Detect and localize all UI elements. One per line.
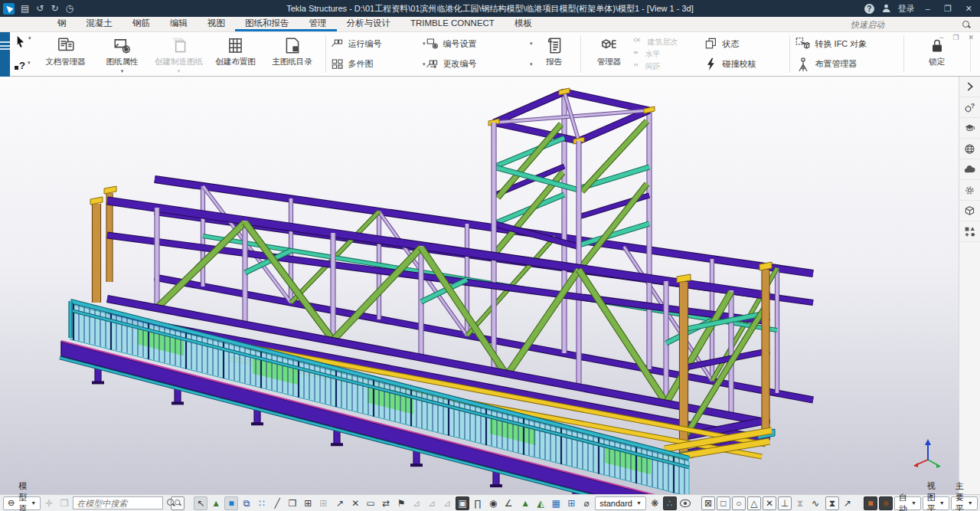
inquire-tool[interactable]: ? ▾ [15,60,31,71]
eye-icon [680,500,691,507]
select-all[interactable]: ↖ [194,496,207,510]
ribbon-button-报告[interactable]: 报告 [533,34,576,74]
ribbon-button-窗口[interactable]: 窗口▾ [975,34,980,74]
select-welds[interactable]: ↗ [333,496,347,510]
snap-intersection[interactable]: ✕ [763,496,776,510]
select-cuts[interactable]: ✕ [348,496,362,510]
select-surfaces[interactable]: ■ [224,496,238,510]
snap-reference[interactable]: ⊠ [701,496,715,510]
select-points[interactable]: ⧉ [240,496,253,510]
ribbon-button-多件图[interactable]: 多件图▾ [331,55,426,74]
ribbon-button-主图纸目录[interactable]: 主图纸目录 [264,34,321,74]
tekla-warehouse[interactable] [959,159,980,180]
steel-structure-model[interactable] [0,77,959,494]
snap-points[interactable]: ∴ [663,496,677,510]
tekla-online[interactable] [959,139,980,159]
snap-freehand[interactable]: ∿ [808,496,822,510]
tab-钢筋[interactable]: 钢筋 [122,17,160,31]
snap-midpoint[interactable]: △ [747,496,761,510]
select-grids[interactable]: ∷ [255,496,269,510]
snap-nearest[interactable]: ○ [732,496,746,510]
learning[interactable] [959,118,980,139]
ribbon-button-转换 IFC 对象[interactable]: 转换 IFC 对象 [795,34,899,53]
ribbon-button-状态[interactable]: 状态 [704,34,785,53]
file-menu-strip [0,32,10,77]
menu-icon[interactable] [0,41,10,50]
ribbon-button-布置管理器[interactable]: 布置管理器 [795,55,899,74]
select-distances[interactable]: ∠ [501,496,515,510]
snap-perpendicular[interactable]: ⊥ [778,496,792,510]
ribbon-button-创建布置图[interactable]: 创建布置图 [207,34,264,74]
model-viewport[interactable] [0,77,959,494]
ortho-toggle[interactable]: ■ [864,496,877,510]
select-filter-e[interactable]: ⌀ [580,496,593,510]
ribbon-button-更改编号[interactable]: 更改编号▾ [426,55,533,74]
select-single-bolts[interactable]: ◉ [486,496,500,510]
undo-button[interactable]: ↺ [36,0,44,17]
ribbon-close-icon[interactable]: ✕ [968,34,974,41]
ribbon-button-管理器[interactable]: 管理器 [586,34,633,74]
login-button[interactable]: 登录 [898,3,915,15]
select-filter-d[interactable]: ⊞ [564,496,578,510]
tab-编辑[interactable]: 编辑 [160,17,198,31]
select-marks[interactable]: ⚑ [394,496,408,510]
ribbon-button-运行编号[interactable]: 运行编号▾ [331,34,426,53]
tab-管理[interactable]: 管理 [299,17,337,31]
select-tool[interactable]: ▾ [15,35,31,48]
tab-混凝土[interactable]: 混凝土 [77,17,123,31]
tab-钢[interactable]: 钢 [47,17,77,31]
minimize-button[interactable]: – [923,4,933,13]
work-plane-dropdown[interactable]: 视图平面▼ [923,496,949,510]
ribbon-restore-icon[interactable]: ❐ [952,34,959,41]
model[interactable] [959,201,980,221]
settings[interactable] [959,180,980,201]
select-components[interactable]: ⊞ [301,496,315,510]
quick-launch-search-icon[interactable] [962,21,971,29]
help-icon[interactable]: ? [864,4,874,14]
select-fittings[interactable]: ⇄ [379,496,393,510]
tab-图纸和报告[interactable]: 图纸和报告 [235,17,299,31]
visibility-toggle-1[interactable] [678,496,692,510]
tab-分析与设计[interactable]: 分析与设计 [337,17,401,31]
select-filter-a[interactable]: ▲ [518,496,532,510]
tab-模板[interactable]: 模板 [505,17,542,31]
user-icon[interactable] [882,4,890,13]
history-button[interactable]: ◷ [65,0,73,17]
relative-toggle[interactable]: ■ [879,496,893,510]
status-toolbar: ⊖模型原点▼✛❐↖▲■⧉∷╱❒⊞⊞↗✕▭⇄⚑⊿⊿⊿▣∏◉∠▲◭▦⊞⌀standa… [0,494,980,511]
ribbon-button-图纸属性[interactable]: 图纸属性▾ [94,34,151,74]
select-views[interactable]: ▭ [364,496,377,510]
select-filter-c[interactable]: ▦ [549,496,563,510]
quick-launch-input[interactable] [849,19,956,30]
select-lines[interactable]: ╱ [270,496,284,510]
select-filter-b[interactable]: ◭ [534,496,547,510]
close-button[interactable]: ✕ [962,4,975,14]
dropdown-caret-icon: ▼ [968,500,973,506]
redo-button[interactable]: ↻ [51,0,58,17]
save-button[interactable]: ▤ [21,0,29,17]
plane-mode-dropdown[interactable]: 自动▼ [894,496,921,510]
selection-filter-dropdown[interactable]: standard▼ [595,496,646,510]
select-parts[interactable]: ▲ [209,496,223,510]
ribbon-button-碰撞校核[interactable]: 碰撞校核 [704,55,785,74]
tab-TRIMBLE CONNECT[interactable]: TRIMBLE CONNECT [400,17,505,31]
context-help-icon: ? [964,101,975,113]
select-plates[interactable]: ▣ [456,496,469,510]
select-assemblies[interactable]: ❒ [286,496,299,510]
context-help[interactable]: ? [959,97,980,118]
main-plane-dropdown[interactable]: 主要平面▼ [951,496,978,510]
restore-button[interactable]: ❐ [941,4,955,14]
expand-panel[interactable] [959,77,980,97]
ribbon-button-文档管理器[interactable]: 文档管理器 [38,34,94,74]
ribbon-minimize-icon[interactable]: – [939,34,943,41]
applications-components[interactable] [959,221,980,242]
snap-override-2[interactable]: ↗ [841,496,854,510]
snap-override-1[interactable]: ⧗ [825,496,839,510]
snap-geometry[interactable]: □ [717,496,730,510]
snap-settings[interactable]: ❋ [648,496,662,510]
ribbon-button-编号设置[interactable]: 编号设置▾ [426,34,533,53]
tab-视图[interactable]: 视图 [198,17,235,31]
model-origin-dropdown[interactable]: ⊖模型原点▼ [3,496,41,510]
select-bolts[interactable]: ∏ [471,496,485,510]
model-search-input[interactable] [73,496,163,509]
